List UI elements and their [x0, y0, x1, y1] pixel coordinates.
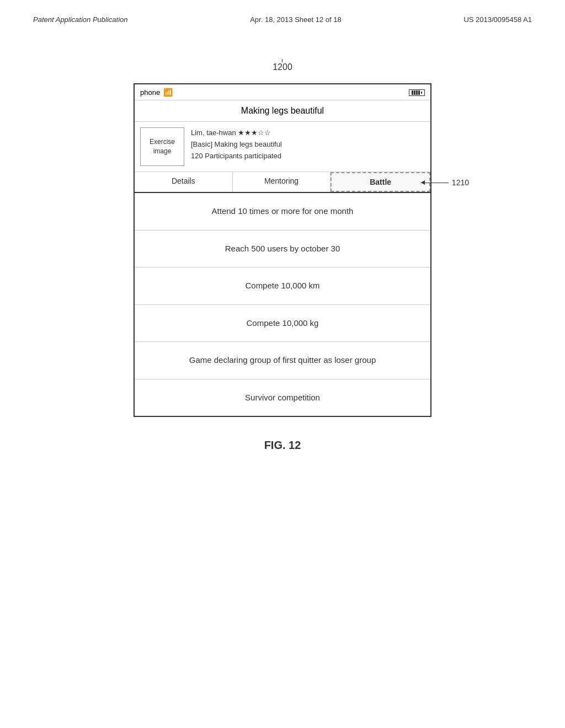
phone-status-bar: phone 📶: [135, 84, 430, 100]
page-container: Patent Application Publication Apr. 18, …: [0, 0, 565, 728]
figure-caption: FIG. 12: [264, 439, 301, 452]
tabs-wrapper: Details Mentoring Battle 1210: [135, 172, 430, 193]
exercise-image-box: Exerciseimage: [140, 127, 184, 166]
battery-icon: [409, 88, 425, 97]
phone-mockup: phone 📶 Making legs beautiful: [134, 83, 431, 417]
patent-header-left: Patent Application Publication: [33, 15, 128, 24]
tab-battle[interactable]: Battle: [331, 172, 430, 192]
battle-item-2[interactable]: Reach 500 users by october 30: [135, 231, 430, 268]
battle-item-6[interactable]: Survivor competition: [135, 379, 430, 416]
battle-item-5[interactable]: Game declaring group of first quitter as…: [135, 342, 430, 379]
exercise-image-label: Exerciseimage: [150, 137, 175, 156]
battle-item-4[interactable]: Compete 10,000 kg: [135, 305, 430, 342]
patent-header: Patent Application Publication Apr. 18, …: [0, 0, 565, 29]
patent-header-right: US 2013/0095458 A1: [463, 15, 532, 24]
tab-mentoring[interactable]: Mentoring: [233, 172, 331, 192]
patent-header-center: Apr. 18, 2013 Sheet 12 of 18: [250, 15, 342, 24]
tabs-section: Details Mentoring Battle: [135, 172, 430, 193]
battle-item-1[interactable]: Attend 10 times or more for one month: [135, 193, 430, 231]
battle-item-3[interactable]: Compete 10,000 km: [135, 267, 430, 305]
diagram-label: 1200: [273, 62, 292, 72]
tab-details[interactable]: Details: [135, 172, 233, 192]
exercise-details: Lim, tae-hwan ★★★☆☆ [Basic] Making legs …: [191, 127, 425, 162]
exercise-name: Lim, tae-hwan ★★★☆☆: [191, 127, 425, 139]
app-title-bar: Making legs beautiful: [135, 100, 430, 122]
phone-status-left: phone 📶: [140, 88, 173, 97]
phone-label: phone: [140, 88, 160, 97]
battle-items: Attend 10 times or more for one month Re…: [135, 193, 430, 416]
app-title: Making legs beautiful: [241, 106, 324, 115]
arrow-line: [421, 183, 449, 183]
arrow-number: 1210: [452, 178, 469, 187]
wifi-icon: 📶: [163, 88, 173, 97]
arrow-label-1210: 1210: [421, 178, 469, 187]
exercise-info: Exerciseimage Lim, tae-hwan ★★★☆☆ [Basic…: [135, 122, 430, 172]
exercise-subtitle: [Basic] Making legs beautiful: [191, 139, 425, 151]
exercise-participants: 120 Participants participated: [191, 151, 425, 162]
